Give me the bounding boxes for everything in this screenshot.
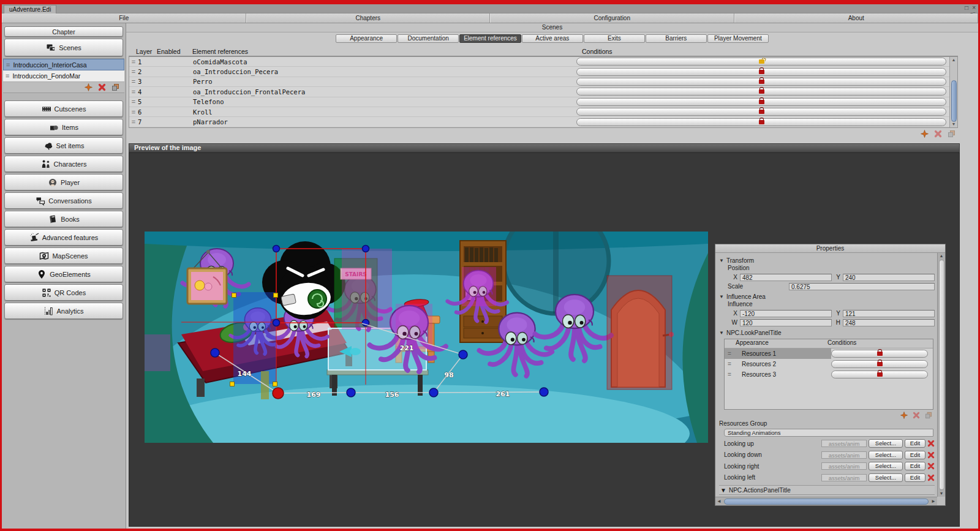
position-x-field[interactable]: 482 — [740, 274, 832, 281]
close-icon[interactable]: × — [972, 4, 976, 11]
menu-about[interactable]: About — [734, 13, 979, 23]
drag-handle-icon[interactable]: = — [725, 371, 734, 378]
clear-icon[interactable] — [927, 440, 935, 447]
add-icon[interactable] — [921, 130, 929, 138]
tab-player-movement[interactable]: Player Movement — [707, 34, 769, 43]
chapter-button[interactable]: Chapter — [4, 26, 123, 37]
scroll-left-icon[interactable]: ◄ — [715, 499, 723, 504]
clear-icon[interactable] — [927, 474, 935, 481]
sidebar-item-scenes[interactable]: Scenes — [4, 39, 123, 56]
delete-icon[interactable] — [934, 130, 942, 138]
properties-title[interactable]: Properties — [715, 244, 945, 253]
asset-path-field[interactable]: assets/anim — [821, 462, 867, 470]
conditions-button[interactable] — [576, 78, 946, 86]
influence-h-field[interactable]: 248 — [843, 319, 935, 326]
tab-appearance[interactable]: Appearance — [336, 34, 397, 43]
sidebar-item-advanced-features[interactable]: Advanced features — [4, 229, 123, 246]
sidebar-item-characters[interactable]: Characters — [4, 156, 123, 172]
preview-canvas[interactable]: STAIRS — [129, 153, 960, 527]
clear-icon[interactable] — [927, 451, 935, 459]
sidebar-item-items[interactable]: Items — [4, 119, 123, 135]
drag-handle-icon[interactable]: = — [129, 108, 138, 116]
window-title-tab[interactable]: uAdventure.Edi — [4, 5, 56, 13]
drag-handle-icon[interactable]: = — [129, 58, 138, 66]
table-scrollbar[interactable]: ▲ ▼ — [949, 57, 957, 127]
menu-configuration[interactable]: Configuration — [490, 13, 734, 23]
add-icon[interactable] — [85, 83, 92, 91]
edit-button[interactable]: Edit — [905, 451, 925, 459]
sidebar-item-qr-codes[interactable]: QR Codes — [4, 284, 123, 301]
edit-button[interactable]: Edit — [905, 473, 925, 482]
sidebar-item-set-items[interactable]: Set items — [4, 137, 123, 154]
sidebar-item-cutscenes[interactable]: Cutscenes — [4, 100, 123, 117]
conditions-button[interactable] — [576, 118, 946, 126]
edit-button[interactable]: Edit — [905, 439, 925, 448]
overlay-magenta[interactable] — [145, 334, 170, 371]
resources-row[interactable]: =Resources 3 — [725, 369, 933, 380]
drag-handle-icon[interactable]: = — [129, 118, 138, 126]
actions-panel-section-header[interactable]: ▼ NPC.ActionsPanelTitle — [719, 485, 935, 495]
table-row[interactable]: = 1 oComidaMascota — [129, 57, 957, 67]
menu-file[interactable]: File — [2, 13, 246, 23]
conditions-button[interactable] — [831, 350, 928, 358]
drag-handle-icon[interactable]: = — [6, 61, 10, 69]
table-row[interactable]: = 5 Telefono — [129, 97, 957, 107]
sidebar-item-books[interactable]: Books — [4, 211, 123, 227]
restore-icon[interactable]: □ — [965, 4, 968, 11]
influence-w-field[interactable]: 120 — [740, 319, 832, 326]
table-row[interactable]: = 4 oa_Introduccion_FrontalPecera — [129, 87, 957, 97]
sidebar-item-player[interactable]: Player — [4, 174, 123, 190]
drag-handle-icon[interactable]: = — [129, 78, 138, 85]
properties-scrollbar-horizontal[interactable]: ◄ ► — [715, 497, 937, 505]
conditions-button[interactable] — [576, 98, 946, 106]
asset-path-field[interactable]: assets/anim — [821, 474, 867, 481]
overlay-magenta[interactable] — [396, 304, 432, 349]
drag-handle-icon[interactable]: = — [129, 98, 138, 105]
drag-handle-icon[interactable]: = — [725, 350, 734, 357]
duplicate-icon[interactable] — [925, 412, 932, 419]
sidebar-item-conversations[interactable]: Conversations — [4, 192, 123, 209]
scene-list-item[interactable]: = Introduccion_InteriorCasa — [3, 59, 124, 70]
conditions-button[interactable] — [576, 108, 946, 116]
scale-field[interactable]: 0.6275 — [789, 283, 935, 290]
add-icon[interactable] — [900, 412, 908, 419]
delete-icon[interactable] — [913, 412, 920, 419]
influence-y-field[interactable]: 121 — [843, 310, 935, 317]
look-panel-section-header[interactable]: ▼ NPC.LookPanelTitle — [719, 328, 935, 337]
table-row[interactable]: = 6 Kroll — [129, 107, 957, 117]
table-row[interactable]: = 7 pNarrador — [129, 117, 957, 127]
sidebar-item-mapscenes[interactable]: MapScenes — [4, 247, 123, 264]
asset-path-field[interactable]: assets/anim — [821, 440, 867, 447]
conditions-button[interactable] — [576, 58, 946, 66]
drag-handle-icon[interactable]: = — [6, 72, 9, 80]
select-button[interactable]: Select... — [869, 439, 903, 448]
drag-handle-icon[interactable]: = — [129, 68, 138, 75]
animation-group-dropdown[interactable]: Standing Animations — [724, 429, 933, 437]
table-row[interactable]: = 2 oa_Introduccion_Pecera — [129, 67, 957, 77]
sidebar-item-analytics[interactable]: Analytics — [4, 303, 123, 319]
clear-icon[interactable] — [927, 462, 935, 470]
tab-active-areas[interactable]: Active areas — [522, 34, 583, 43]
influence-x-field[interactable]: -120 — [740, 310, 832, 317]
exit-overlay-door[interactable] — [607, 276, 672, 390]
select-button[interactable]: Select... — [869, 473, 903, 482]
conditions-button[interactable] — [831, 360, 928, 368]
tab-documentation[interactable]: Documentation — [398, 34, 459, 43]
overlay-magenta[interactable] — [342, 249, 392, 330]
resources-row[interactable]: =Resources 1 — [725, 348, 933, 359]
resources-row[interactable]: =Resources 2 — [725, 359, 933, 369]
delete-icon[interactable] — [98, 83, 106, 91]
sidebar-item-geoelements[interactable]: GeoElements — [4, 266, 123, 282]
tab-barriers[interactable]: Barriers — [646, 34, 707, 43]
menu-chapters[interactable]: Chapters — [246, 13, 491, 23]
conditions-button[interactable] — [831, 371, 928, 378]
edit-button[interactable]: Edit — [905, 462, 925, 470]
select-button[interactable]: Select... — [869, 462, 903, 470]
scroll-right-icon[interactable]: ► — [930, 499, 937, 504]
duplicate-icon[interactable] — [111, 83, 119, 91]
scene-list-item[interactable]: = Introduccion_FondoMar — [3, 70, 124, 82]
transform-section-header[interactable]: ▼ Transform — [719, 256, 935, 265]
tab-exits[interactable]: Exits — [584, 34, 645, 43]
tab-element-references[interactable]: Element references — [459, 34, 521, 43]
properties-scrollbar-vertical[interactable]: ▲ ▼ — [937, 253, 945, 497]
